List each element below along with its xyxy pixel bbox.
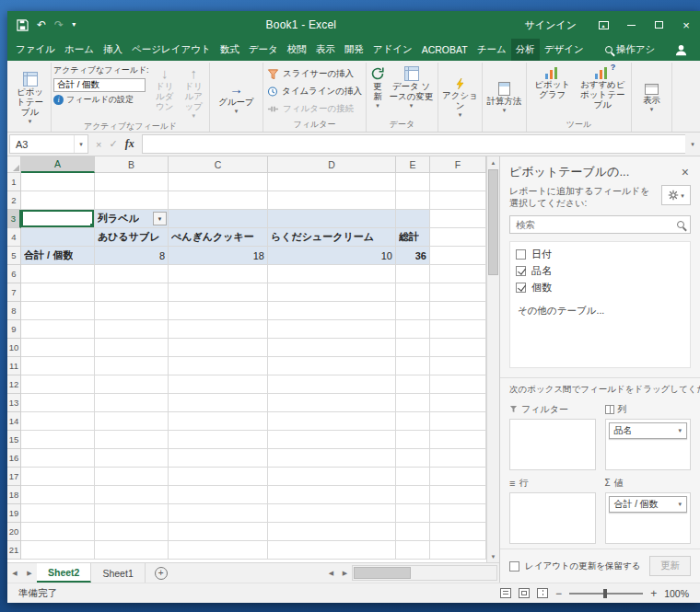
- cell-D15[interactable]: [268, 431, 396, 449]
- more-tables-link[interactable]: その他のテーブル...: [512, 295, 688, 318]
- cell-E8[interactable]: [396, 302, 430, 320]
- close-button[interactable]: ×: [672, 11, 700, 39]
- cell-A15[interactable]: [21, 431, 95, 449]
- column-header-D[interactable]: D: [268, 156, 396, 173]
- cell-B16[interactable]: [95, 449, 169, 468]
- cell-D5[interactable]: 10: [268, 247, 396, 265]
- cell-F19[interactable]: [430, 504, 486, 523]
- cell-A11[interactable]: [21, 357, 95, 375]
- cell-A20[interactable]: [21, 523, 95, 541]
- cell-B21[interactable]: [95, 541, 169, 560]
- cell-E13[interactable]: [396, 394, 430, 412]
- insert-slicer-button[interactable]: スライサーの挿入: [265, 65, 364, 83]
- cell-E15[interactable]: [396, 431, 430, 449]
- column-header-C[interactable]: C: [169, 156, 268, 173]
- zoom-out-button[interactable]: −: [555, 587, 562, 600]
- cell-A18[interactable]: [21, 486, 95, 504]
- cell-B11[interactable]: [95, 357, 169, 375]
- row-header-5[interactable]: 5: [7, 247, 21, 265]
- cell-C9[interactable]: [169, 320, 268, 339]
- cell-A10[interactable]: [21, 339, 95, 357]
- row-header-13[interactable]: 13: [7, 394, 21, 412]
- cell-A2[interactable]: [21, 191, 95, 210]
- cell-A4[interactable]: [21, 228, 95, 247]
- cell-A19[interactable]: [21, 504, 95, 523]
- cell-A14[interactable]: [21, 412, 95, 431]
- cell-B18[interactable]: [95, 486, 169, 504]
- recommended-pivottables-button[interactable]: ? おすすめピボットテーブル: [577, 64, 629, 119]
- column-labels-filter-icon[interactable]: ▼: [153, 212, 167, 225]
- cell-E18[interactable]: [396, 486, 430, 504]
- cell-B17[interactable]: [95, 468, 169, 486]
- field-checkbox[interactable]: [516, 249, 526, 260]
- cell-F17[interactable]: [430, 468, 486, 486]
- sheet-nav-left-icon[interactable]: ◀: [7, 563, 22, 583]
- row-header-9[interactable]: 9: [7, 320, 21, 339]
- cell-B5[interactable]: 8: [95, 247, 169, 265]
- cell-C2[interactable]: [169, 191, 268, 210]
- column-header-B[interactable]: B: [95, 156, 169, 173]
- cell-A16[interactable]: [21, 449, 95, 468]
- cell-E17[interactable]: [396, 468, 430, 486]
- ribbon-tab-view[interactable]: 表示: [311, 39, 340, 61]
- cell-A13[interactable]: [21, 394, 95, 412]
- row-header-6[interactable]: 6: [7, 265, 21, 283]
- cell-B3[interactable]: 列ラベル▼: [95, 210, 169, 228]
- rows-area[interactable]: [509, 492, 596, 544]
- name-box[interactable]: A3 ▾: [9, 134, 88, 154]
- select-all-corner[interactable]: [7, 156, 21, 173]
- row-header-14[interactable]: 14: [7, 412, 21, 431]
- sheet-tab-sheet1[interactable]: Sheet1: [91, 563, 145, 583]
- cell-F18[interactable]: [430, 486, 486, 504]
- vertical-scrollbar[interactable]: ▲ ▼: [486, 156, 499, 562]
- cell-C17[interactable]: [169, 468, 268, 486]
- cell-A8[interactable]: [21, 302, 95, 320]
- cell-C6[interactable]: [169, 265, 268, 283]
- ribbon-tab-data[interactable]: データ: [244, 39, 283, 61]
- cell-F3[interactable]: [430, 210, 486, 228]
- normal-view-icon[interactable]: [500, 588, 511, 598]
- zoom-slider[interactable]: [569, 593, 643, 595]
- drill-down-button[interactable]: ↓ ドリルダウン: [151, 64, 179, 121]
- row-header-19[interactable]: 19: [7, 504, 21, 523]
- cell-F16[interactable]: [430, 449, 486, 468]
- cell-E2[interactable]: [396, 191, 430, 210]
- cell-B14[interactable]: [95, 412, 169, 431]
- cell-E5[interactable]: 36: [396, 247, 430, 265]
- cell-B8[interactable]: [95, 302, 169, 320]
- cell-E4[interactable]: 総計: [396, 228, 430, 247]
- cell-B20[interactable]: [95, 523, 169, 541]
- minimize-button[interactable]: [617, 11, 645, 39]
- ribbon-tab-acrobat[interactable]: ACROBAT: [417, 39, 472, 61]
- scroll-down-icon[interactable]: ▼: [487, 550, 499, 562]
- close-pane-icon[interactable]: ×: [680, 166, 691, 179]
- row-header-7[interactable]: 7: [7, 283, 21, 302]
- filters-area[interactable]: [509, 419, 596, 470]
- row-header-21[interactable]: 21: [7, 541, 21, 560]
- ribbon-tab-developer[interactable]: 開発: [340, 39, 368, 61]
- qat-customize-icon[interactable]: ▾: [72, 21, 76, 29]
- cell-C20[interactable]: [169, 523, 268, 541]
- zoom-slider-thumb[interactable]: [603, 589, 607, 598]
- cell-C7[interactable]: [169, 283, 268, 302]
- redo-icon[interactable]: ↷: [54, 19, 64, 30]
- maximize-button[interactable]: [645, 11, 672, 39]
- page-break-view-icon[interactable]: [537, 588, 548, 598]
- row-header-3[interactable]: 3: [7, 210, 21, 228]
- zoom-level[interactable]: 100%: [664, 588, 689, 599]
- scroll-up-icon[interactable]: ▲: [487, 156, 499, 168]
- row-header-18[interactable]: 18: [7, 486, 21, 504]
- cell-E11[interactable]: [396, 357, 430, 375]
- cell-D7[interactable]: [268, 283, 396, 302]
- row-header-4[interactable]: 4: [7, 228, 21, 247]
- pivotchart-button[interactable]: ピボットグラフ: [529, 64, 577, 119]
- change-data-source-button[interactable]: データ ソースの変更 ▾: [387, 64, 436, 119]
- cell-E3[interactable]: [396, 210, 430, 228]
- cell-D12[interactable]: [268, 375, 396, 394]
- row-header-10[interactable]: 10: [7, 339, 21, 357]
- field-chip-columns[interactable]: 品名 ▾: [609, 422, 688, 439]
- search-icon[interactable]: [677, 221, 684, 228]
- pane-tools-button[interactable]: ▾: [661, 185, 691, 205]
- refresh-button[interactable]: 更新 ▾: [368, 64, 387, 119]
- cell-F6[interactable]: [430, 265, 486, 283]
